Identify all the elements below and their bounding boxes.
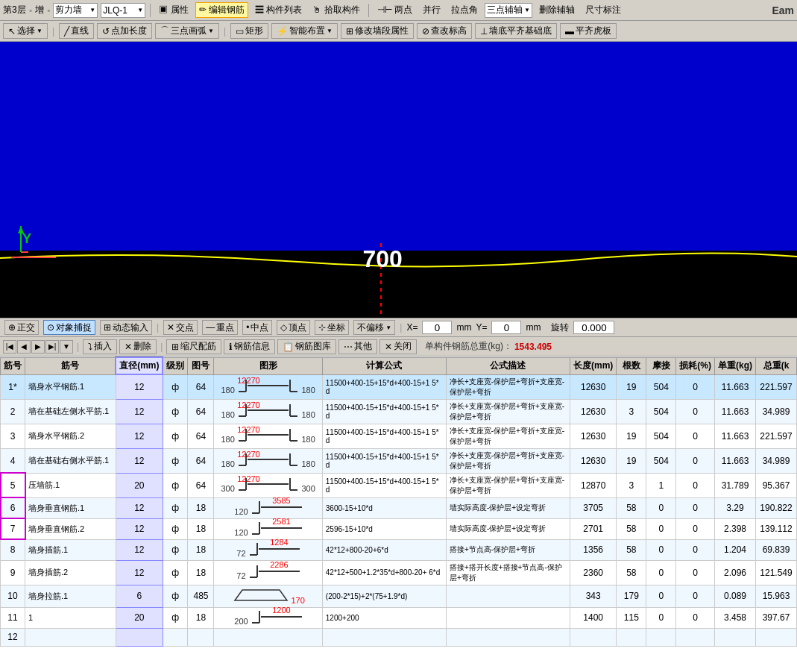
cell-formula (322, 628, 446, 646)
y-input[interactable] (491, 321, 521, 334)
smart-layout-btn[interactable]: ⚡ 智能布置 ▼ (271, 23, 338, 39)
ortho-btn[interactable]: ⊕ 正交 (4, 320, 39, 335)
component-list-btn[interactable]: ☰ 构件列表 (251, 2, 306, 18)
canvas-area[interactable]: 700 Y (0, 42, 797, 318)
line-btn[interactable]: ╱ 直线 (59, 23, 94, 39)
cell-id: 3 (1, 424, 25, 448)
nav-next-btn[interactable]: ▶ (31, 340, 45, 354)
table-row[interactable]: 5 压墙筋.1 20 ф 64 300 12270 300 11500+400-… (1, 473, 797, 497)
y-label: Y= (476, 322, 487, 333)
cell-diameter[interactable]: 12 (116, 424, 163, 448)
cell-diameter[interactable]: 20 (116, 473, 163, 497)
table-row[interactable]: 6 墙身垂直钢筋.1 12 ф 18 120 3585 3600-15+10*d… (1, 497, 797, 518)
flat-slab-btn[interactable]: ▬ 平齐虎板 (560, 23, 617, 39)
cell-diameter[interactable]: 12 (116, 448, 163, 473)
cell-count: 3 (617, 399, 646, 424)
shear-dropdown[interactable]: 剪力墙 ▼ (53, 3, 98, 18)
rotate-input[interactable] (573, 321, 614, 334)
wall-foundation-icon: ⊥ (480, 26, 488, 37)
cell-diameter[interactable]: 20 (116, 607, 163, 628)
svg-marker-1 (18, 226, 24, 233)
cell-diameter[interactable] (116, 628, 163, 646)
rebar-diagram-btn[interactable]: 📋 钢筋图库 (277, 339, 336, 354)
pick-component-btn[interactable]: 🖱 拾取构件 (309, 2, 363, 18)
cell-id: 2 (1, 399, 25, 424)
total-label: 单构件钢筋总重(kg)： (425, 340, 512, 353)
no-move-dropdown[interactable]: 不偏移 ▼ (353, 320, 395, 335)
cell-diameter[interactable]: 12 (116, 374, 163, 399)
toolbar-second: ↖ 选择 ▼ | ╱ 直线 ↺ 点加长度 ⌒ 三点画弧 ▼ | ▭ 矩形 ⚡ 智… (0, 21, 797, 42)
cell-total-weight: 397.67 (756, 607, 797, 628)
select-btn[interactable]: ↖ 选择 ▼ (3, 23, 48, 39)
col-header-figno: 图号 (188, 357, 214, 374)
edit-rebar-btn[interactable]: ✏ 编辑钢筋 (195, 2, 248, 18)
dimension-btn[interactable]: 尺寸标注 (582, 2, 625, 18)
table-row[interactable]: 11 1 20 ф 18 200 1200 1200+200 1400 115 … (1, 607, 797, 628)
capture-btn[interactable]: ⊙ 对象捕捉 (43, 320, 95, 335)
nav-prev-btn[interactable]: ◀ (17, 340, 31, 354)
component-list-icon: ☰ (255, 4, 264, 15)
corner-btn[interactable]: 拉点角 (447, 2, 482, 18)
three-arc-btn[interactable]: ⌒ 三点画弧 ▼ (155, 23, 219, 39)
scale-rebar-btn[interactable]: ⊞ 缩尺配筋 (166, 339, 221, 354)
table-row[interactable]: 12 (1, 628, 797, 646)
table-row[interactable]: 2 墙在基础左侧水平筋.1 12 ф 64 180 12270 180 1150… (1, 399, 797, 424)
close-btn[interactable]: ✕ 关闭 (379, 339, 417, 354)
three-aux-dropdown[interactable]: 三点辅轴 ▼ (485, 3, 532, 18)
cell-unit-weight: 1.204 (715, 539, 756, 560)
rebar-info-btn[interactable]: ℹ 钢筋信息 (224, 339, 275, 354)
midpoint-btn[interactable]: — 重点 (202, 320, 238, 335)
two-point-btn[interactable]: ⊣⊢ 两点 (374, 2, 416, 18)
cell-formula: 11500+400-15+15*d+400-15+1 5*d (322, 473, 446, 497)
cell-total-weight: 190.822 (756, 497, 797, 518)
cell-unit-weight: 2.398 (715, 518, 756, 539)
cell-figno: 64 (188, 448, 214, 473)
table-row[interactable]: 7 墙身垂直钢筋.2 12 ф 18 120 2581 2596-15+10*d… (1, 518, 797, 539)
table-row[interactable]: 9 墙身插筋.2 12 ф 18 72 2286 42*12+500+1.2*3… (1, 560, 797, 585)
property-btn[interactable]: ▣ 属性 (155, 2, 192, 18)
delete-aux-btn[interactable]: 删除辅轴 (535, 2, 579, 18)
cell-diameter[interactable]: 6 (116, 585, 163, 607)
rebar-toolbar: |◀ ◀ ▶ ▶| ▼ | ⤵ 插入 ✕ 删除 | ⊞ 缩尺配筋 ℹ 钢筋信息 … (0, 337, 797, 357)
parallel-btn[interactable]: 并行 (419, 2, 444, 18)
sep4: | (224, 26, 226, 37)
cell-figno: 64 (188, 399, 214, 424)
dynamic-input-btn[interactable]: ⊞ 动态输入 (100, 320, 152, 335)
cell-figno (188, 628, 214, 646)
table-row[interactable]: 1* 墙身水平钢筋.1 12 ф 64 180 12270 180 11500+… (1, 374, 797, 399)
jlq-dropdown[interactable]: JLQ-1 ▼ (101, 3, 145, 18)
nav-first-btn[interactable]: |◀ (3, 340, 16, 354)
cell-diameter[interactable]: 12 (116, 497, 163, 518)
add-button[interactable]: 增 (35, 4, 44, 16)
cell-shape: 72 2286 (214, 560, 322, 585)
table-row[interactable]: 8 墙身插筋.1 12 ф 18 72 1284 42*12+800-20+6*… (1, 539, 797, 560)
cell-unit-weight: 11.663 (715, 448, 756, 473)
nav-last-btn[interactable]: ▶| (45, 340, 59, 354)
delete-btn[interactable]: ✕ 删除 (119, 339, 157, 354)
cell-shape: 180 12270 180 (214, 374, 322, 399)
cell-diameter[interactable]: 12 (116, 518, 163, 539)
wall-foundation-btn[interactable]: ⊥ 墙底平齐基础底 (475, 23, 557, 39)
table-row[interactable]: 3 墙身水平钢筋.2 12 ф 64 180 12270 180 11500+4… (1, 424, 797, 448)
table-row[interactable]: 10 墙身拉筋.1 6 ф 485 170 (200-2*15)+2*(75+1… (1, 585, 797, 607)
center-pt-btn[interactable]: • 中点 (242, 320, 272, 335)
jlq-dropdown-arrow: ▼ (137, 7, 143, 13)
cell-diameter[interactable]: 12 (116, 560, 163, 585)
rect-btn[interactable]: ▭ 矩形 (230, 23, 268, 39)
vertex-btn[interactable]: ◇ 顶点 (277, 320, 310, 335)
insert-btn[interactable]: ⤵ 插入 (83, 339, 117, 354)
other-btn[interactable]: ⋯ 其他 (338, 339, 377, 354)
table-row[interactable]: 4 墙在基础右侧水平筋.1 12 ф 64 180 12270 180 1150… (1, 448, 797, 473)
intersect-btn[interactable]: ✕ 交点 (163, 320, 198, 335)
nav-down-btn[interactable]: ▼ (60, 340, 73, 354)
coord-btn[interactable]: ⊹ 坐标 (315, 320, 349, 335)
x-input[interactable] (422, 321, 452, 334)
rebar-table-container[interactable]: 筋号 筋号 直径(mm) 级别 图号 图形 计算公式 公式描述 长度(mm) 根… (0, 357, 797, 672)
modify-seg-btn[interactable]: ⊞ 修改墙段属性 (341, 23, 414, 39)
cell-desc: 搭接+节点高-保护层+弯折 (446, 539, 570, 560)
modify-top-btn[interactable]: ⊘ 查改标高 (417, 23, 472, 39)
col-header-unit-weight: 单重(kg) (715, 357, 756, 374)
point-length-btn[interactable]: ↺ 点加长度 (97, 23, 152, 39)
cell-diameter[interactable]: 12 (116, 539, 163, 560)
cell-diameter[interactable]: 12 (116, 399, 163, 424)
